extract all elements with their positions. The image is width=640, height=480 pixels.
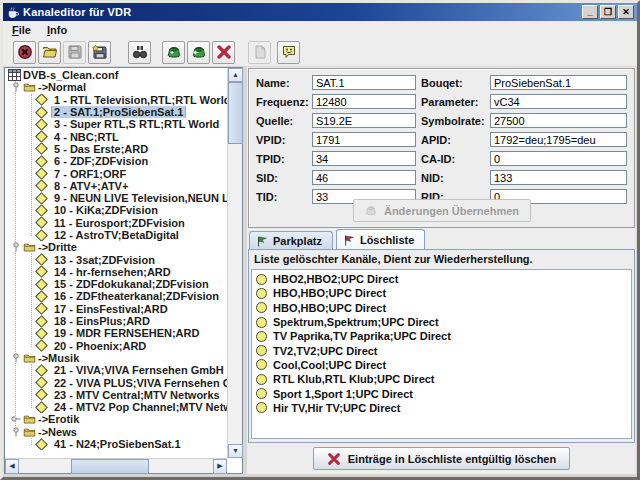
- tree-channel-item[interactable]: 21 - VIVA;VIVA Fernsehen GmbH & Co. K: [7, 364, 227, 376]
- nid-field[interactable]: [490, 170, 627, 185]
- sid-field[interactable]: [312, 170, 416, 185]
- tab-löschliste[interactable]: Löschliste: [336, 229, 425, 250]
- bag-remove-icon: [191, 44, 207, 60]
- tree-channel-item[interactable]: 11 - Eurosport;ZDFvision: [7, 217, 227, 229]
- channel-circle-icon: [256, 288, 267, 299]
- tree-channel-item[interactable]: 19 - MDR FERNSEHEN;ARD: [7, 327, 227, 339]
- tree-channel-item[interactable]: 14 - hr-fernsehen;ARD: [7, 266, 227, 278]
- tree-channel-item[interactable]: 16 - ZDFtheaterkanal;ZDFvision: [7, 290, 227, 302]
- tree-channel-item[interactable]: 2 - SAT.1;ProSiebenSat.1: [7, 106, 227, 118]
- symbolrate-field[interactable]: [490, 113, 627, 128]
- tree-channel-item[interactable]: 1 - RTL Television,RTL;RTL World: [7, 94, 227, 106]
- tree-group[interactable]: ->Dritte: [7, 241, 227, 253]
- handle-expanded-icon[interactable]: [10, 242, 22, 252]
- channel-diamond-icon: [35, 401, 48, 413]
- tree-group[interactable]: ->Musik: [7, 352, 227, 364]
- tree-channel-item[interactable]: 6 - ZDF;ZDFvision: [7, 155, 227, 167]
- handle-expanded-icon[interactable]: [10, 82, 22, 92]
- open-file-button[interactable]: [38, 41, 61, 64]
- vertical-scrollbar[interactable]: ▲ ▼: [227, 68, 242, 458]
- tree-root[interactable]: DVB-s_Clean.conf: [7, 69, 227, 81]
- deleted-channel-label: TV2,TV2;UPC Direct: [273, 345, 378, 357]
- deleted-channel-item[interactable]: HBO2,HBO2;UPC Direct: [252, 272, 631, 286]
- parameter-field[interactable]: [490, 94, 627, 109]
- tree-channel-item[interactable]: 23 - MTV Central;MTV Networks: [7, 389, 227, 401]
- scroll-up-arrow-icon[interactable]: ▲: [228, 68, 243, 82]
- deleted-channel-item[interactable]: Spektrum,Spektrum;UPC Direct: [252, 315, 631, 329]
- minimize-button[interactable]: _: [582, 5, 598, 19]
- menu-file[interactable]: File: [12, 24, 31, 36]
- tree-group[interactable]: ->News: [7, 426, 227, 438]
- tab-parkplatz[interactable]: Parkplatz: [249, 231, 333, 250]
- deleted-channel-item[interactable]: TV2,TV2;UPC Direct: [252, 343, 631, 357]
- loeschliste-description: Liste gelöschter Kanäle, Dient zur Wiede…: [254, 253, 629, 265]
- name-field[interactable]: [312, 75, 416, 90]
- bouqet-field[interactable]: [490, 75, 627, 90]
- tree-channel-item[interactable]: 15 - ZDFdokukanal;ZDFvision: [7, 278, 227, 290]
- deleted-channel-item[interactable]: HBO,HBO;UPC Direct: [252, 286, 631, 300]
- tree-channel-item[interactable]: 13 - 3sat;ZDFvision: [7, 253, 227, 265]
- scroll-left-arrow-icon[interactable]: ◀: [5, 459, 19, 474]
- tree-channel-item[interactable]: 17 - EinsFestival;ARD: [7, 303, 227, 315]
- frequenz-field[interactable]: [312, 94, 416, 109]
- search-button[interactable]: [128, 41, 151, 64]
- quelle-field[interactable]: [312, 113, 416, 128]
- apply-changes-button: Änderungen Übernehmen: [353, 199, 531, 222]
- tree-channel-item[interactable]: 22 - VIVA PLUS;VIVA Fernsehen GmbH &: [7, 376, 227, 388]
- scroll-down-arrow-icon[interactable]: ▼: [228, 444, 243, 458]
- caid-field[interactable]: [490, 151, 627, 166]
- title-bar[interactable]: Kanaleditor für VDR _ ❐ ✕: [3, 3, 637, 21]
- exit-icon: [17, 44, 33, 60]
- channel-diamond-icon: [35, 278, 48, 290]
- handle-expanded-icon[interactable]: [10, 353, 22, 363]
- handle-expanded-icon[interactable]: [10, 427, 22, 437]
- tree-channel-item[interactable]: 9 - NEUN LIVE Television,NEUN LIVE;Be: [7, 192, 227, 204]
- vpid-field[interactable]: [312, 132, 416, 147]
- deleted-channel-item[interactable]: Sport 1,Sport 1;UPC Direct: [252, 386, 631, 400]
- close-button[interactable]: ✕: [618, 5, 634, 19]
- apid-field[interactable]: [490, 132, 627, 147]
- horizontal-scrollbar[interactable]: ◀ ▶: [5, 458, 227, 473]
- deleted-channel-item[interactable]: TV Paprika,TV Paprika;UPC Direct: [252, 329, 631, 343]
- tree-channel-item[interactable]: 20 - Phoenix;ARD: [7, 340, 227, 352]
- restore-from-parkplatz-button[interactable]: [187, 41, 210, 64]
- purge-loeschliste-button[interactable]: Einträge in Löschliste entgültig löschen: [313, 447, 570, 470]
- tree-channel-item[interactable]: 24 - MTV2 Pop Channel;MTV Networks: [7, 401, 227, 413]
- deleted-channel-item[interactable]: Cool,Cool;UPC Direct: [252, 358, 631, 372]
- tree-group[interactable]: ->Erotik: [7, 413, 227, 425]
- tree-channel-item[interactable]: 41 - N24;ProSiebenSat.1: [7, 438, 227, 450]
- tab-label: Parkplatz: [273, 235, 322, 247]
- tree-channel-label: 4 - NBC;RTL: [52, 131, 121, 143]
- tree-channel-item[interactable]: 3 - Super RTL,S RTL;RTL World: [7, 118, 227, 130]
- tree-channel-item[interactable]: 5 - Das Erste;ARD: [7, 143, 227, 155]
- vertical-scroll-thumb[interactable]: [228, 82, 243, 144]
- tree-channel-label: 24 - MTV2 Pop Channel;MTV Networks: [52, 401, 227, 413]
- handle-collapsed-icon[interactable]: [10, 414, 22, 424]
- tree-channel-item[interactable]: 18 - EinsPlus;ARD: [7, 315, 227, 327]
- java-cup-icon: [6, 6, 19, 19]
- tpid-field[interactable]: [312, 151, 416, 166]
- tree-channel-item[interactable]: 4 - NBC;RTL: [7, 130, 227, 142]
- deleted-channel-item[interactable]: Hir TV,Hir TV;UPC Direct: [252, 401, 631, 415]
- tree-channel-item[interactable]: 8 - ATV+;ATV+: [7, 180, 227, 192]
- deleted-channel-item[interactable]: RTL Klub,RTL Klub;UPC Direct: [252, 372, 631, 386]
- menu-info[interactable]: Info: [47, 24, 67, 36]
- tree-channel-item[interactable]: 10 - KiKa;ZDFvision: [7, 204, 227, 216]
- tree-channel-label: 3 - Super RTL,S RTL;RTL World: [52, 118, 221, 130]
- channel-diamond-icon: [35, 155, 48, 167]
- scroll-right-arrow-icon[interactable]: ▶: [213, 459, 227, 474]
- horizontal-scroll-thumb[interactable]: [71, 459, 149, 474]
- deleted-channel-item[interactable]: HBO,HBO;UPC Direct: [252, 301, 631, 315]
- quelle-label: Quelle:: [256, 115, 307, 127]
- channel-diamond-icon: [35, 106, 48, 118]
- tip-button[interactable]: [277, 41, 300, 64]
- tree-channel-item[interactable]: 12 - AstroTV;BetaDigital: [7, 229, 227, 241]
- save-as-button[interactable]: [88, 41, 111, 64]
- maximize-button[interactable]: ❐: [600, 5, 616, 19]
- exit-button[interactable]: [13, 41, 36, 64]
- delete-channel-button[interactable]: [212, 41, 235, 64]
- save-as-icon: [92, 44, 108, 60]
- move-to-parkplatz-button[interactable]: [162, 41, 185, 64]
- tree-channel-item[interactable]: 7 - ORF1;ORF: [7, 167, 227, 179]
- tree-group[interactable]: ->Normal: [7, 81, 227, 93]
